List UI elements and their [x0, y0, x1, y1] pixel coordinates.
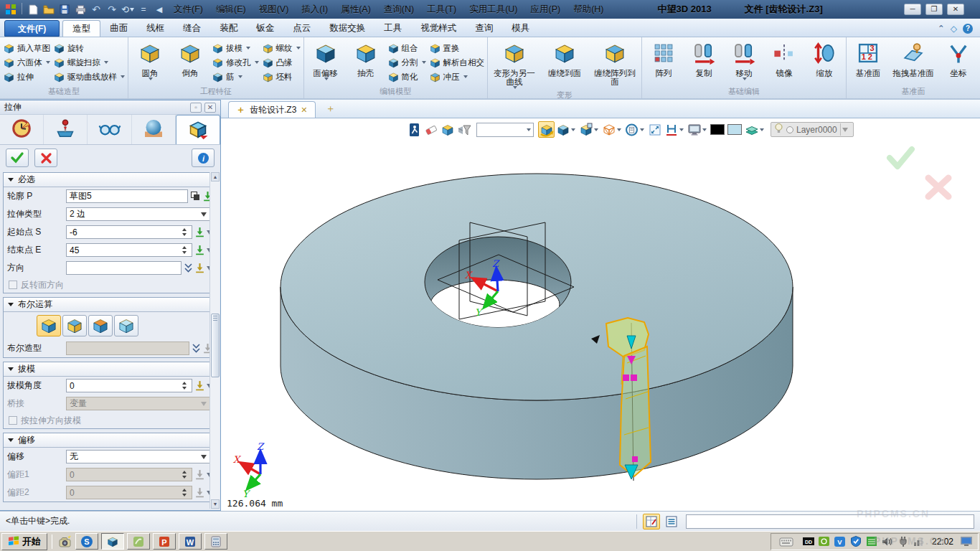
eraser-button[interactable]: [423, 121, 439, 138]
layer-color-dropdown-icon[interactable]: [760, 128, 764, 131]
panel-close-icon[interactable]: ✕: [204, 103, 216, 113]
menu-5[interactable]: 查询(N): [377, 0, 420, 19]
ribbon-item-hole[interactable]: 修改孔: [212, 56, 259, 69]
keyboard-layout-icon[interactable]: [777, 534, 796, 550]
shade-mode-button[interactable]: [555, 121, 571, 138]
dropdown-arrow-icon[interactable]: [324, 77, 329, 80]
tab-点云[interactable]: 点云: [283, 20, 320, 37]
ribbon-item-loft[interactable]: 驱动曲线放样: [53, 70, 125, 83]
show-desktop-icon[interactable]: [961, 536, 972, 547]
spinner-icons[interactable]: [179, 468, 189, 481]
menu-4[interactable]: 属性(A): [334, 0, 377, 19]
ribbon-item-simplify[interactable]: 简化: [387, 70, 426, 83]
doc-close-icon[interactable]: ✕: [301, 105, 307, 115]
tab-缝合[interactable]: 缝合: [174, 20, 210, 37]
input-options-icon[interactable]: [643, 514, 660, 529]
checkbox-按拉伸方向拔模[interactable]: [9, 416, 17, 425]
minimize-button[interactable]: ─: [904, 4, 921, 15]
spinner-icons[interactable]: [179, 380, 189, 392]
ribbon-item-extrude[interactable]: 拉伸: [3, 70, 50, 83]
ribbon-item-resolve-self[interactable]: 解析自相交: [429, 56, 485, 69]
field-方向[interactable]: [66, 261, 182, 275]
layer-dropdown-icon[interactable]: [840, 123, 850, 136]
screenshot-tool-icon[interactable]: [57, 534, 74, 550]
ribbon-item-replace[interactable]: 置换: [429, 42, 485, 55]
display-settings-dropdown-icon[interactable]: [702, 128, 707, 131]
pick-gold-icon[interactable]: [194, 263, 205, 273]
dropdown-arrow-icon[interactable]: [255, 61, 259, 64]
chevrons-icon[interactable]: [192, 343, 201, 354]
align-view-button[interactable]: [538, 121, 555, 138]
dropdown-arrow-icon[interactable]: [246, 47, 250, 50]
pick-gold-icon[interactable]: [194, 380, 205, 391]
spinner-icons[interactable]: [179, 486, 189, 499]
undo-icon[interactable]: ↶: [90, 3, 103, 16]
menu-8[interactable]: 应用(P): [524, 0, 567, 19]
tab-查询[interactable]: 查询: [466, 20, 502, 37]
ribbon-item-revolve[interactable]: 旋转: [53, 42, 125, 55]
section-view-dropdown-icon[interactable]: [594, 128, 598, 131]
tab-工具[interactable]: 工具: [374, 20, 411, 37]
panel-tab-history-clock[interactable]: [0, 115, 44, 144]
layer-color-button[interactable]: [743, 121, 760, 138]
menu-1[interactable]: 编辑(E): [209, 0, 253, 19]
tray-security-shield-icon[interactable]: [850, 536, 862, 547]
quick-menu-icon[interactable]: =: [137, 3, 150, 16]
bool-remove-button[interactable]: [88, 315, 113, 336]
tab-模具[interactable]: 模具: [502, 20, 539, 37]
display-settings-button[interactable]: [686, 121, 702, 138]
tab-造型[interactable]: 造型: [62, 20, 100, 37]
ribbon-item-punch[interactable]: 冲压: [429, 70, 485, 83]
ribbon-item-block[interactable]: 六面体: [3, 56, 50, 69]
pick-filter-button[interactable]: [456, 121, 472, 138]
ribbon-item-combine[interactable]: 组合: [387, 42, 426, 55]
field-偏移[interactable]: 无: [66, 450, 211, 463]
restore-button[interactable]: ❐: [925, 4, 943, 15]
ribbon-item-move[interactable]: 移动: [725, 39, 763, 80]
ribbon-item-lip[interactable]: 凸缘: [262, 56, 301, 69]
section-header-偏移[interactable]: 偏移: [4, 433, 217, 448]
pick-green-icon[interactable]: [194, 227, 205, 237]
ribbon-item-wrap-array[interactable]: 缠绕阵列到面: [591, 39, 639, 86]
panel-restore-icon[interactable]: ▫: [190, 103, 202, 113]
ribbon-item-stock[interactable]: 坯料: [262, 70, 301, 83]
command-input[interactable]: [686, 514, 974, 529]
tab-钣金[interactable]: 钣金: [247, 20, 283, 37]
field-起始点 S[interactable]: -6: [66, 225, 192, 239]
spinner-icons[interactable]: [179, 244, 189, 256]
tray-power-plug-icon[interactable]: [897, 536, 909, 547]
ribbon-item-sketch[interactable]: 插入草图: [3, 42, 50, 55]
fit-window-button[interactable]: [646, 121, 663, 138]
menu-9[interactable]: 帮助(H): [567, 0, 610, 19]
select-dropdown-icon[interactable]: [201, 452, 207, 462]
task-word[interactable]: W: [179, 533, 202, 550]
scrollbar-thumb[interactable]: [211, 314, 220, 377]
close-button[interactable]: ✕: [947, 4, 964, 15]
bool-add-button[interactable]: [62, 315, 87, 336]
section-header-布尔运算[interactable]: 布尔运算: [4, 298, 217, 312]
cancel-button[interactable]: [34, 149, 57, 167]
gear-blank-solid[interactable]: [281, 174, 793, 479]
edge-color-swatch[interactable]: [710, 124, 725, 135]
dropdown-arrow-icon[interactable]: [743, 77, 747, 80]
zoom-tools-dropdown-icon[interactable]: [640, 128, 644, 131]
info-button[interactable]: i: [192, 149, 215, 167]
tab-曲面[interactable]: 曲面: [100, 20, 137, 37]
panel-tab-view-glasses[interactable]: [88, 115, 131, 144]
tab-线框[interactable]: 线框: [137, 20, 174, 37]
copy-icon[interactable]: [190, 191, 201, 202]
save-icon[interactable]: [58, 3, 71, 16]
app-logo-icon[interactable]: [4, 3, 17, 16]
tray-network-signal-icon[interactable]: [913, 536, 925, 547]
spinner-icons[interactable]: [179, 226, 189, 238]
entity-filter-combo[interactable]: [476, 123, 534, 137]
print-icon[interactable]: [74, 3, 87, 16]
task-calculator[interactable]: [204, 533, 227, 550]
pick-gray-icon[interactable]: [194, 469, 205, 480]
collapse-ribbon-icon[interactable]: ⌃: [938, 24, 945, 34]
redo-icon[interactable]: ↷: [105, 3, 118, 16]
dropdown-arrow-icon[interactable]: [296, 47, 301, 50]
ribbon-item-thread[interactable]: 螺纹: [262, 42, 301, 55]
dropdown-arrow-icon[interactable]: [46, 61, 50, 64]
wireframe-mode-button[interactable]: [600, 121, 617, 138]
